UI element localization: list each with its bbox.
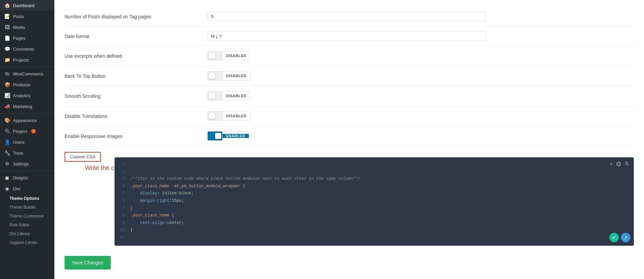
custom-css-label[interactable]: Custom CSS xyxy=(65,152,101,162)
save-changes-button[interactable]: Save Changes xyxy=(65,256,111,269)
row-smooth-scrolling: Smooth Scrolling DISABLED xyxy=(65,86,634,106)
appearance-icon: 🎨 xyxy=(4,118,10,123)
toggle-label-responsive-images: ENABLED xyxy=(223,134,249,138)
control-smooth-scrolling: DISABLED xyxy=(207,91,634,101)
sidebar-item-projects[interactable]: 📁 Projects xyxy=(0,54,54,65)
toggle-thumb-disable-translations xyxy=(209,113,215,119)
sidebar-label-theme-builder: Theme Builder xyxy=(10,205,36,210)
editor-teal-icon[interactable]: ✔ xyxy=(609,233,619,242)
sidebar-item-divigrid[interactable]: ◼ Divigrid xyxy=(0,172,54,183)
row-date-format: Date format xyxy=(65,27,634,46)
sidebar-divider-3 xyxy=(0,171,54,171)
sidebar-label-divi: Divi xyxy=(13,186,20,191)
sidebar-label-support-center: Support Center xyxy=(10,240,37,245)
sidebar-item-posts[interactable]: 📝 Posts xyxy=(0,11,54,22)
sidebar-item-dashboard[interactable]: 🏠 Dashboard xyxy=(0,0,54,11)
toggle-thumb-use-excerpts xyxy=(209,53,215,59)
sidebar-item-woocommerce[interactable]: 🛍 WooCommerce xyxy=(0,68,54,79)
sidebar-item-pages[interactable]: 📄 Pages xyxy=(0,33,54,43)
sidebar-label-divi-library: Divi Library xyxy=(10,231,30,236)
code-editor[interactable]: + ⏻ ⇅ 1 2 xyxy=(115,157,634,246)
sidebar-item-divi[interactable]: ◉ Divi xyxy=(0,183,54,194)
main-content: Number of Posts displayed on Tag pages D… xyxy=(54,0,644,279)
toggle-track-use-excerpts[interactable] xyxy=(208,51,223,60)
label-disable-translations: Disable Translations xyxy=(65,114,207,119)
editor-power-icon[interactable]: ⏻ xyxy=(616,161,621,168)
custom-css-section: Custom CSS Write the codes here xyxy=(65,146,634,249)
toggle-disable-translations[interactable]: DISABLED xyxy=(207,111,250,121)
control-responsive-images: ENABLED xyxy=(207,131,634,141)
code-line-3: 3 /*"this is the custom code where place… xyxy=(118,175,630,183)
control-use-excerpts: DISABLED xyxy=(207,51,634,61)
sidebar-item-marketing[interactable]: 📣 Marketing xyxy=(0,101,54,112)
toggle-track-disable-translations[interactable] xyxy=(208,111,223,120)
sidebar-item-products[interactable]: 📦 Products xyxy=(0,79,54,90)
sidebar-item-support-center[interactable]: Support Center xyxy=(0,238,54,247)
sidebar-divider-2 xyxy=(0,113,54,114)
editor-toolbar: + ⏻ ⇅ xyxy=(609,161,629,168)
sidebar-label-tools: Tools xyxy=(13,151,23,156)
label-date-format: Date format xyxy=(65,34,207,39)
code-lines: 1 2 3 /*"this is the custom code where p… xyxy=(115,161,634,242)
sidebar-item-theme-customizer[interactable]: Theme Customizer xyxy=(0,212,54,221)
code-line-5: 5 display: inline-block; xyxy=(118,190,630,197)
editor-add-icon[interactable]: + xyxy=(609,161,613,168)
woocommerce-icon: 🛍 xyxy=(4,71,10,76)
sidebar-item-analytics[interactable]: 📊 Analytics xyxy=(0,90,54,101)
sidebar-label-theme-options: Theme Options xyxy=(10,196,39,201)
label-responsive-images: Enable Responsive Images xyxy=(65,134,207,139)
sidebar-label-pages: Pages xyxy=(13,36,25,41)
toggle-track-responsive-images[interactable] xyxy=(208,132,223,140)
toggle-thumb-smooth-scrolling xyxy=(209,93,215,99)
code-line-6: 6 margin-right:15px; xyxy=(118,197,630,205)
sidebar-item-users[interactable]: 👤 Users xyxy=(0,137,54,147)
code-line-1: 1 xyxy=(118,161,630,168)
sidebar-item-comments[interactable]: 💬 Comments xyxy=(0,43,54,54)
sidebar-item-plugins[interactable]: 🔌 Plugins 3 xyxy=(0,126,54,137)
sidebar-item-appearance[interactable]: 🎨 Appearance xyxy=(0,115,54,126)
label-use-excerpts: Use excerpts when defined xyxy=(65,53,207,59)
sidebar-item-media[interactable]: 🖼 Media xyxy=(0,22,54,33)
input-num-posts-tag[interactable] xyxy=(207,12,486,21)
pages-icon: 📄 xyxy=(4,35,10,41)
toggle-smooth-scrolling[interactable]: DISABLED xyxy=(207,91,250,101)
control-disable-translations: DISABLED xyxy=(207,111,634,121)
users-icon: 👤 xyxy=(4,139,10,145)
toggle-track-back-to-top[interactable] xyxy=(208,71,223,80)
code-line-7: 7 } xyxy=(118,205,630,212)
sidebar-item-theme-builder[interactable]: Theme Builder xyxy=(0,203,54,212)
code-line-4: 4 .your_class_name .et_pb_button_module_… xyxy=(118,183,630,190)
toggle-label-disable-translations: DISABLED xyxy=(223,114,250,118)
sidebar-item-divi-library[interactable]: Divi Library xyxy=(0,229,54,238)
sidebar-label-theme-customizer: Theme Customizer xyxy=(10,214,44,219)
sidebar-label-appearance: Appearance xyxy=(13,118,37,123)
toggle-thumb-responsive-images xyxy=(215,133,221,139)
media-icon: 🖼 xyxy=(4,24,10,30)
sidebar-label-woocommerce: WooCommerce xyxy=(13,71,43,76)
sidebar-label-posts: Posts xyxy=(13,14,24,19)
toggle-responsive-images[interactable]: ENABLED xyxy=(207,131,249,141)
posts-icon: 📝 xyxy=(4,14,10,19)
sidebar-label-products: Products xyxy=(13,82,30,87)
sidebar-item-settings[interactable]: ⚙ Settings xyxy=(0,158,54,169)
toggle-use-excerpts[interactable]: DISABLED xyxy=(207,51,250,60)
sidebar-item-theme-options[interactable]: Theme Options xyxy=(0,194,54,203)
toggle-thumb-back-to-top xyxy=(209,73,215,79)
row-disable-translations: Disable Translations DISABLED xyxy=(65,106,634,126)
settings-icon: ⚙ xyxy=(4,161,10,167)
input-date-format[interactable] xyxy=(207,31,486,41)
sidebar-item-role-editor[interactable]: Role Editor xyxy=(0,221,54,229)
analytics-icon: 📊 xyxy=(4,93,10,98)
toggle-back-to-top[interactable]: DISABLED xyxy=(207,71,250,81)
editor-expand-icon[interactable]: ⇅ xyxy=(625,161,629,168)
row-back-to-top: Back To Top Button DISABLED xyxy=(65,66,634,86)
label-smooth-scrolling: Smooth Scrolling xyxy=(65,93,207,99)
sidebar-label-comments: Comments xyxy=(13,47,34,52)
code-line-10: 10 } xyxy=(118,227,630,234)
toggle-track-smooth-scrolling[interactable] xyxy=(208,91,223,100)
tools-icon: 🔧 xyxy=(4,150,10,156)
sidebar-item-tools[interactable]: 🔧 Tools xyxy=(0,147,54,158)
code-line-8: 8 .your_class_name { xyxy=(118,212,630,220)
content-area: Number of Posts displayed on Tag pages D… xyxy=(54,0,644,279)
editor-blue-icon[interactable]: ↗ xyxy=(621,233,630,242)
